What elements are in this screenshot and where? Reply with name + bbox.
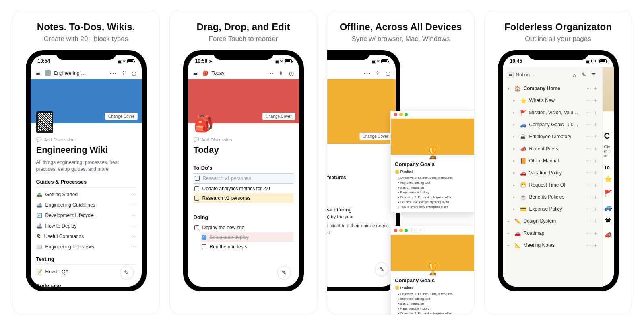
todo-item-selected[interactable]: Research v1 personas <box>194 193 293 203</box>
change-cover-button[interactable]: Change Cover <box>262 113 295 120</box>
more-icon[interactable] <box>131 234 136 239</box>
more-icon[interactable]: ⋯ <box>586 242 591 248</box>
compose-icon[interactable] <box>580 71 588 78</box>
chevron-right-icon[interactable]: ▸ <box>513 171 517 175</box>
doc-title[interactable]: Today <box>212 70 225 76</box>
change-cover-button[interactable]: Change Cover <box>359 133 392 140</box>
todo-item[interactable]: Deploy the new site <box>194 223 293 232</box>
sidebar-item[interactable]: ▸📣Recent Press⋯+ <box>511 143 600 155</box>
sidebar-item[interactable]: ▸✏️Design System⋯+ <box>505 215 600 227</box>
share-icon[interactable] <box>374 70 381 77</box>
chevron-right-icon[interactable]: ▸ <box>508 231 512 235</box>
checkbox[interactable] <box>195 176 200 181</box>
more-icon[interactable] <box>109 70 117 77</box>
menu-icon[interactable] <box>192 70 199 77</box>
more-icon[interactable] <box>131 213 136 218</box>
menu-icon[interactable] <box>590 71 597 78</box>
list-item[interactable]: 🚜Getting Started <box>36 189 136 200</box>
more-icon[interactable] <box>131 192 136 197</box>
more-icon[interactable] <box>131 223 136 229</box>
more-icon[interactable]: ⋯ <box>586 86 591 91</box>
list-item[interactable]: 🛠Useful Commands <box>36 231 136 242</box>
more-icon[interactable]: ⋯ <box>586 182 591 188</box>
add-icon[interactable]: + <box>594 109 597 116</box>
list-item[interactable]: 📖Engineering Interviews <box>36 242 136 252</box>
chevron-right-icon[interactable]: ▸ <box>513 135 517 139</box>
workspace-header[interactable]: N Notion⌄ <box>505 70 600 82</box>
add-icon[interactable]: + <box>594 121 597 128</box>
chevron-right-icon[interactable]: ▸ <box>513 183 517 187</box>
chevron-right-icon[interactable]: ▸ <box>513 195 517 199</box>
sidebar-item[interactable]: ▸☕Benefits Policies⋯+ <box>511 191 600 203</box>
more-icon[interactable]: ⋯ <box>586 158 591 164</box>
list-item[interactable]: 🔄Development Lifecycle <box>36 210 136 221</box>
minimize-icon[interactable] <box>399 113 402 116</box>
add-discussion[interactable]: Add Discussion <box>194 137 293 142</box>
checkbox[interactable] <box>194 186 199 191</box>
chevron-right-icon[interactable]: ▸ <box>508 243 512 247</box>
sidebar-item[interactable]: ▸🚙Company Goals - 20…⋯+ <box>511 119 600 131</box>
chevron-right-icon[interactable]: ▸ <box>513 147 517 151</box>
todo-item-dragging[interactable]: Research v1 personas <box>194 173 293 184</box>
sidebar-item[interactable]: ▸💳Expense Policy⋯+ <box>511 203 600 215</box>
checkbox[interactable] <box>194 225 199 230</box>
more-icon[interactable]: ⋯ <box>586 122 591 127</box>
checkbox[interactable] <box>194 196 199 201</box>
menu-icon[interactable] <box>35 70 42 77</box>
list-item[interactable]: 🚢How to Deploy <box>36 221 136 231</box>
add-icon[interactable]: + <box>594 97 597 104</box>
more-icon[interactable] <box>131 202 136 208</box>
close-icon[interactable] <box>394 229 397 232</box>
history-icon[interactable] <box>130 70 138 77</box>
chevron-right-icon[interactable]: ▸ <box>513 207 517 211</box>
add-icon[interactable]: + <box>594 158 597 164</box>
todo-item[interactable]: Run the unit tests <box>201 242 293 252</box>
more-icon[interactable] <box>131 244 136 250</box>
add-icon[interactable]: + <box>594 146 597 152</box>
more-icon[interactable]: ⋯ <box>586 230 591 236</box>
sidebar-item[interactable]: ▸📐Meeting Notes⋯+ <box>505 239 600 251</box>
more-icon[interactable]: ⋯ <box>586 134 591 139</box>
add-discussion[interactable]: Add Discussion <box>36 137 136 142</box>
share-icon[interactable] <box>120 70 127 77</box>
more-icon[interactable]: ⋯ <box>586 98 591 103</box>
more-icon[interactable]: ⋯ <box>586 170 591 176</box>
chevron-right-icon[interactable]: ▸ <box>513 111 517 115</box>
chevron-right-icon[interactable]: ▸ <box>513 123 517 127</box>
checkbox-checked-icon[interactable] <box>202 235 206 240</box>
more-icon[interactable]: ⋯ <box>586 218 591 224</box>
add-icon[interactable]: + <box>594 218 597 224</box>
sidebar-item[interactable]: ▸😷Request Time Off⋯+ <box>511 179 600 191</box>
sidebar-item[interactable]: ▸🏛Employee Directory⋯+ <box>511 131 600 143</box>
sidebar-item[interactable]: ▸🚗Vacation Policy⋯+ <box>511 167 600 179</box>
add-icon[interactable]: + <box>594 170 597 176</box>
todo-item-done[interactable]: Setup auto-deploy <box>201 232 293 242</box>
compose-fab[interactable]: ✎ <box>375 262 388 276</box>
add-icon[interactable]: + <box>594 182 597 188</box>
zoom-icon[interactable] <box>405 229 408 232</box>
add-icon[interactable]: + <box>594 206 597 212</box>
add-icon[interactable]: + <box>594 242 597 248</box>
forward-icon[interactable]: › <box>417 228 423 232</box>
search-icon[interactable] <box>571 71 578 78</box>
sidebar-item[interactable]: ▸🚩Mission, Vision, Valu…⋯+ <box>511 107 600 119</box>
todo-item[interactable]: Update analytics metrics for 2.0 <box>194 184 293 193</box>
sidebar-item[interactable]: ▸🚗Roadmap⋯+ <box>505 227 600 239</box>
sidebar-item[interactable]: ▸📙Office Manual⋯+ <box>511 155 600 167</box>
add-icon[interactable]: + <box>594 133 597 140</box>
change-cover-button[interactable]: Change Cover <box>105 113 137 120</box>
history-icon[interactable] <box>384 70 392 77</box>
add-icon[interactable]: + <box>594 230 597 236</box>
more-icon[interactable]: ⋯ <box>586 146 591 152</box>
list-item[interactable]: 🚢Engineering Guidelines <box>36 200 136 210</box>
history-icon[interactable] <box>288 70 295 77</box>
minimize-icon[interactable] <box>399 229 402 232</box>
chevron-down-icon[interactable]: ▾ <box>508 86 512 90</box>
sidebar-item[interactable]: ▸⭐What's New⋯+ <box>511 94 600 107</box>
share-icon[interactable] <box>277 70 285 77</box>
compose-fab[interactable]: ✎ <box>120 266 134 279</box>
checkbox[interactable] <box>202 244 206 249</box>
more-icon[interactable] <box>363 70 371 77</box>
add-icon[interactable]: + <box>594 194 597 200</box>
chevron-right-icon[interactable]: ▸ <box>508 219 512 223</box>
